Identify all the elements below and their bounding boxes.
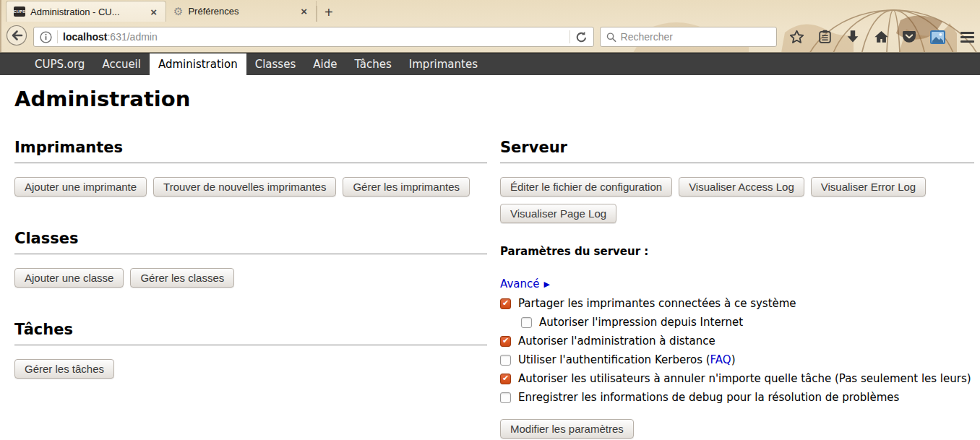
section-taches: Tâches Gérer les tâches [14, 321, 487, 379]
checkbox-remote-admin[interactable] [500, 336, 511, 347]
nav-item-imprimantes[interactable]: Imprimantes [400, 53, 486, 75]
checkbox-allow-internet-printing[interactable] [521, 317, 532, 328]
nav-item-classes[interactable]: Classes [246, 53, 305, 75]
nav-item-cups-org[interactable]: CUPS.org [26, 53, 93, 75]
browser-chrome: CUPS Administration - CU... × ⚙ Préféren… [0, 0, 980, 53]
url-text[interactable]: localhost:631/admin [63, 31, 564, 43]
view-page-log-button[interactable]: Visualiser Page Log [500, 204, 616, 223]
add-class-button[interactable]: Ajouter une classe [14, 268, 124, 288]
star-icon [789, 30, 804, 45]
home-button[interactable] [873, 29, 889, 45]
toolbar-icons [788, 29, 974, 45]
manage-classes-button[interactable]: Gérer les classes [130, 268, 234, 288]
setting-label: Enregistrer les informations de debug po… [518, 391, 899, 404]
checkbox-kerberos[interactable] [500, 355, 511, 366]
section-title-imprimantes: Imprimantes [14, 139, 487, 163]
add-printer-button[interactable]: Ajouter une imprimante [14, 177, 147, 197]
search-icon [606, 32, 616, 43]
home-icon [874, 30, 889, 44]
page-title: Administration [14, 75, 974, 111]
screenshot-button[interactable] [929, 29, 945, 45]
section-title-serveur: Serveur [500, 139, 974, 163]
setting-allow-internet-printing: Autoriser l'impression depuis Internet [500, 313, 974, 332]
back-arrow-icon [6, 25, 27, 46]
edit-config-button[interactable]: Éditer le fichier de configuration [500, 177, 672, 197]
section-title-classes: Classes [14, 230, 487, 254]
bookmarks-menu-button[interactable] [817, 29, 833, 45]
setting-kerberos: Utiliser l'authentification Kerberos (FA… [500, 350, 974, 369]
setting-label: Partager les imprimantes connectées à ce… [518, 297, 796, 310]
checkbox-debug-logging[interactable] [500, 392, 511, 403]
url-host: localhost [63, 31, 107, 43]
urlbar-divider [569, 30, 570, 43]
nav-item-accueil[interactable]: Accueil [93, 53, 150, 75]
checkbox-share-printers[interactable] [500, 298, 511, 309]
setting-label: Autoriser l'impression depuis Internet [539, 316, 743, 329]
advanced-label: Avancé [500, 277, 539, 290]
section-serveur: Serveur Éditer le fichier de configurati… [500, 139, 974, 439]
menu-button[interactable] [960, 32, 974, 43]
faq-link[interactable]: FAQ [710, 353, 731, 366]
view-access-log-button[interactable]: Visualiser Access Log [679, 177, 804, 197]
manage-printers-button[interactable]: Gérer les imprimantes [343, 177, 470, 197]
reload-icon[interactable] [575, 31, 588, 43]
server-settings-list: Partager les imprimantes connectées à ce… [500, 294, 974, 407]
tab-title: Préférences [188, 6, 294, 17]
setting-share-printers: Partager les imprimantes connectées à ce… [500, 294, 974, 313]
right-column: Serveur Éditer le fichier de configurati… [494, 139, 974, 439]
setting-label: Utiliser l'authentification Kerberos (FA… [518, 353, 736, 366]
url-path: :631/admin [107, 31, 157, 43]
expand-arrow-icon: ▶ [543, 280, 549, 289]
new-tab-button[interactable]: + [317, 6, 340, 22]
pocket-button[interactable] [901, 29, 917, 45]
tab-title: Administration - CU... [30, 7, 144, 17]
hamburger-icon [960, 32, 974, 34]
cups-navbar: CUPS.org Accueil Administration Classes … [0, 53, 980, 75]
url-bar[interactable]: localhost:631/admin [33, 27, 594, 47]
bookmarks-list-icon [818, 30, 832, 44]
setting-debug-logging: Enregistrer les informations de debug po… [500, 388, 974, 407]
setting-cancel-any-job: Autoriser les utilisateurs à annuler n'i… [500, 369, 974, 388]
search-bar[interactable] [600, 27, 777, 47]
find-printers-button[interactable]: Trouver de nouvelles imprimantes [153, 177, 336, 197]
section-classes: Classes Ajouter une classe Gérer les cla… [14, 230, 487, 288]
cups-favicon-icon: CUPS [14, 7, 25, 17]
close-tab-icon[interactable]: × [299, 6, 309, 17]
nav-item-administration[interactable]: Administration [150, 53, 246, 75]
setting-label: Autoriser les utilisateurs à annuler n'i… [518, 372, 971, 385]
left-column: Imprimantes Ajouter une imprimante Trouv… [14, 139, 494, 439]
checkbox-cancel-any-job[interactable] [500, 374, 511, 384]
navigation-toolbar: localhost:631/admin [0, 22, 980, 53]
search-input[interactable] [621, 31, 770, 43]
gear-icon: ⚙ [173, 6, 183, 17]
nav-item-aide[interactable]: Aide [304, 53, 345, 75]
advanced-link[interactable]: Avancé ▶ [500, 277, 550, 290]
back-button[interactable] [6, 25, 27, 49]
page-content: Administration Imprimantes Ajouter une i… [0, 75, 980, 440]
urlbar-divider [57, 30, 58, 43]
downloads-button[interactable] [845, 29, 861, 45]
nav-item-taches[interactable]: Tâches [345, 53, 400, 75]
setting-label: Autoriser l'administration à distance [518, 335, 715, 348]
bookmark-star-button[interactable] [788, 29, 804, 45]
server-settings-label: Paramètres du serveur : [500, 245, 974, 258]
tab-preferences[interactable]: ⚙ Préférences × [166, 1, 317, 22]
section-title-taches: Tâches [14, 321, 487, 345]
view-error-log-button[interactable]: Visualiser Error Log [811, 177, 926, 197]
screenshot-icon [930, 30, 945, 44]
manage-jobs-button[interactable]: Gérer les tâches [14, 359, 114, 379]
section-imprimantes: Imprimantes Ajouter une imprimante Trouv… [14, 139, 487, 197]
tab-strip: CUPS Administration - CU... × ⚙ Préféren… [0, 0, 980, 22]
close-tab-icon[interactable]: × [149, 7, 158, 17]
change-settings-button[interactable]: Modifier les paramètres [500, 419, 634, 439]
site-info-icon[interactable] [40, 31, 52, 43]
setting-remote-admin: Autoriser l'administration à distance [500, 332, 974, 350]
pocket-icon [902, 30, 916, 43]
tab-cups-admin[interactable]: CUPS Administration - CU... × [6, 1, 166, 22]
download-arrow-icon [846, 30, 859, 44]
